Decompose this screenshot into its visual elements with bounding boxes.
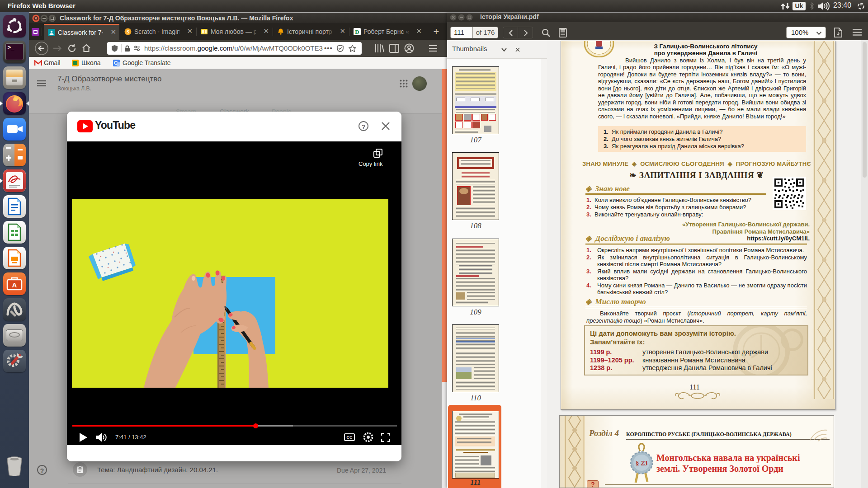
- svg-text:D: D: [355, 28, 359, 35]
- svg-text:§ 23: § 23: [636, 460, 647, 467]
- svg-text:S: S: [127, 29, 129, 34]
- svg-text:A: A: [12, 281, 17, 289]
